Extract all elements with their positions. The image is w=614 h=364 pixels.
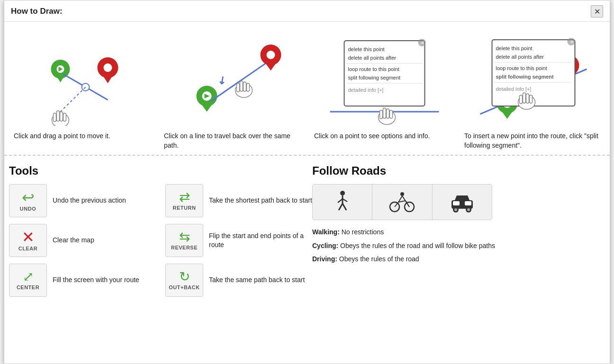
tool-item-reverse: ⇆ REVERSE Flip the start and end points … [165,224,312,257]
road-desc-walking: Walking: No restrictions [312,227,605,237]
road-descriptions: Walking: No restrictions Cycling: Obeys … [312,227,605,264]
tool-item-center: ⤢ CENTER Fill the screen with your route [9,264,156,297]
tools-grid: ↩ UNDO Undo the previous action ✕ CLEAR … [9,184,312,303]
draw-item-insert: ✕ delete this point delete all points af… [460,31,605,150]
draw-item-drag: Click and drag a point to move it. [9,31,154,150]
return-symbol: ⇄ [179,191,190,204]
svg-rect-46 [387,109,389,118]
tools-left-col: ↩ UNDO Undo the previous action ✕ CLEAR … [9,184,156,303]
tool-item-undo: ↩ UNDO Undo the previous action [9,184,156,217]
svg-rect-11 [54,113,56,122]
center-icon-box[interactable]: ⤢ CENTER [9,264,47,297]
svg-text:delete all points after: delete all points after [348,55,397,61]
reverse-label: REVERSE [171,245,198,250]
draw-item-click-line: ↙ [159,31,305,150]
svg-text:↙: ↙ [215,73,228,88]
bottom-section: Tools ↩ UNDO Undo the previous action [4,156,610,308]
follow-roads-title: Follow Roads [312,164,605,178]
road-desc-driving: Driving: Obeys the rules of the road [312,254,605,264]
svg-point-71 [340,191,345,195]
close-button[interactable]: ✕ [591,5,603,18]
svg-rect-47 [390,110,393,118]
svg-line-75 [339,204,343,210]
follow-roads-section: Follow Roads [312,164,605,303]
svg-text:split following segment: split following segment [348,75,401,80]
svg-text:split following segment: split following segment [496,74,554,80]
road-icon-walking[interactable] [313,185,372,220]
svg-rect-69 [526,94,529,103]
undo-description: Undo the previous action [53,196,126,205]
reverse-description: Flip the start and end points of a route [209,231,312,250]
outback-description: Take the same path back to start [209,275,305,285]
svg-point-89 [454,208,457,211]
driving-desc: Obeys the rules of the road [337,255,419,263]
svg-text:✕: ✕ [570,39,574,44]
draw-text-drag: Click and drag a point to move it. [14,132,110,141]
clear-description: Clear the map [53,236,94,245]
center-symbol: ⤢ [23,270,34,284]
return-icon-box[interactable]: ⇄ RETURN [165,184,203,217]
draw-item-click-point: ✕ delete this point delete all points af… [309,31,455,150]
reverse-symbol: ⇆ [179,231,190,244]
svg-rect-13 [60,112,63,121]
center-description: Fill the screen with your route [53,275,139,285]
center-label: CENTER [17,284,39,290]
clear-symbol: ✕ [22,230,35,245]
tools-section: Tools ↩ UNDO Undo the previous action [9,164,312,303]
svg-marker-27 [265,62,277,71]
svg-text:delete this point: delete this point [496,45,533,51]
svg-marker-50 [501,110,514,119]
svg-rect-24 [244,82,246,91]
undo-icon-box[interactable]: ↩ UNDO [9,184,47,217]
tool-item-outback: ↻ OUT+BACK Take the same path back to st… [165,264,312,297]
svg-rect-14 [63,113,66,121]
road-icon-cycling[interactable] [372,185,432,220]
svg-text:detailed info [+]: detailed info [+] [348,87,384,93]
road-icon-driving[interactable] [433,185,492,220]
draw-text-click-line: Click on a line to travel back over the … [164,132,300,150]
svg-rect-25 [247,83,250,91]
outback-symbol: ↻ [179,270,190,284]
svg-rect-45 [383,108,386,118]
road-desc-cycling: Cycling: Obeys the rules of the road and… [312,240,605,251]
svg-rect-44 [380,110,383,119]
undo-symbol: ↩ [22,190,35,205]
clear-label: CLEAR [18,246,37,251]
how-to-draw-section: Click and drag a point to move it. [4,22,610,156]
svg-line-76 [343,204,346,210]
tools-title: Tools [9,164,312,178]
svg-rect-68 [523,93,526,103]
svg-rect-67 [520,95,523,104]
draw-text-insert: To insert a new point into the route, cl… [464,132,600,150]
tools-right-col: ⇄ RETURN Take the shortest path back to … [165,184,312,303]
svg-point-8 [104,63,112,72]
svg-marker-7 [102,74,114,83]
svg-text:detailed info [+]: detailed info [+] [496,86,532,92]
cycling-desc: Obeys the rules of the road and will fol… [338,242,495,249]
walking-desc: No restrictions [340,228,384,236]
draw-image-insert: ✕ delete this point delete all points af… [464,31,600,126]
dialog-title: How to Draw: [11,7,63,16]
svg-rect-87 [465,201,471,205]
svg-text:loop route to this point: loop route to this point [348,66,399,72]
walking-label: Walking: [312,228,340,236]
tool-item-return: ⇄ RETURN Take the shortest path back to … [165,184,312,217]
cycling-label: Cycling: [312,242,338,249]
reverse-icon-box[interactable]: ⇆ REVERSE [165,224,203,257]
return-label: RETURN [173,205,196,211]
svg-rect-86 [453,201,460,205]
outback-label: OUT+BACK [169,284,199,290]
how-to-draw-dialog: How to Draw: ✕ [4,0,610,364]
svg-rect-22 [237,83,240,92]
clear-icon-box[interactable]: ✕ CLEAR [9,224,47,257]
outback-icon-box[interactable]: ↻ OUT+BACK [165,264,203,297]
driving-label: Driving: [312,255,337,263]
svg-rect-70 [530,95,533,103]
svg-text:✕: ✕ [421,40,424,45]
undo-label: UNDO [20,206,36,212]
svg-point-28 [267,51,275,59]
svg-text:delete all points after: delete all points after [496,54,544,60]
road-icons-container [312,184,492,220]
draw-image-click-line: ↙ [164,31,300,126]
svg-marker-16 [201,103,213,112]
